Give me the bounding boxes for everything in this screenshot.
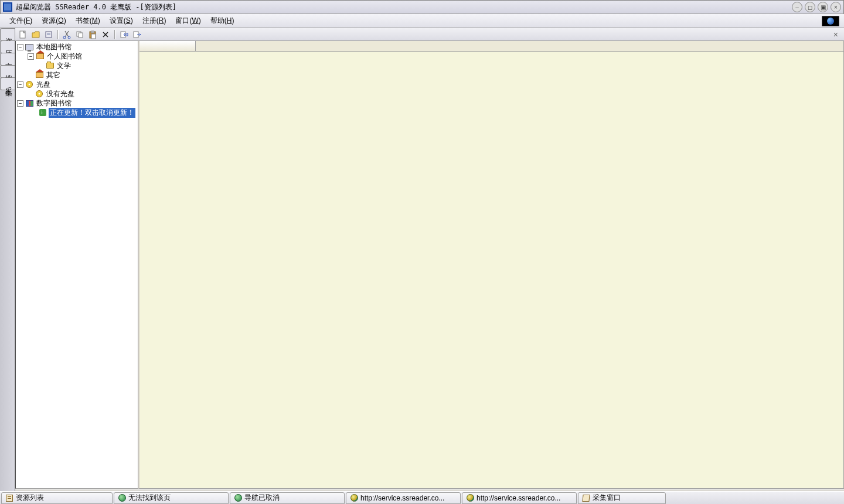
monitor-icon [25, 43, 34, 51]
tree-label: 其它 [45, 70, 62, 80]
minimize-button[interactable]: – [792, 2, 802, 12]
tree-label: 光盘 [35, 80, 52, 90]
svg-rect-9 [91, 31, 94, 33]
toolbar-separator [114, 30, 115, 39]
properties-icon[interactable] [43, 29, 54, 40]
export-icon[interactable] [131, 29, 142, 40]
list-body [139, 52, 843, 488]
new-file-icon[interactable] [18, 29, 28, 40]
world-icon [466, 494, 474, 502]
tree-node-disc[interactable]: − 光盘 [16, 80, 138, 89]
task-tab-page-not-found[interactable]: 无法找到该页 [114, 492, 229, 504]
collapse-icon[interactable]: − [17, 100, 23, 107]
import-icon[interactable] [118, 29, 129, 40]
globe-icon [827, 18, 834, 25]
tree-label: 文学 [56, 61, 72, 71]
task-label: 采集窗口 [593, 493, 621, 503]
house-icon [35, 52, 45, 60]
collapse-icon[interactable]: − [17, 44, 23, 50]
list-column[interactable] [139, 41, 196, 51]
task-label: 资源列表 [16, 493, 44, 503]
vtab-resource[interactable]: 资源 [0, 28, 15, 41]
brand-logo [822, 16, 839, 26]
vtab-collect[interactable]: 采集 [0, 77, 15, 90]
restore-button[interactable]: ◻ [805, 2, 815, 12]
svg-point-5 [68, 36, 70, 39]
menu-resource[interactable]: 资源(O) [37, 14, 70, 28]
task-label: http://service.ssreader.co... [477, 494, 560, 502]
menu-file[interactable]: 文件(F) [5, 14, 37, 28]
cut-icon[interactable] [62, 29, 72, 40]
task-tab-nav-cancelled[interactable]: 导航已取消 [230, 492, 345, 504]
tree-node-updating[interactable]: 正在更新！双击取消更新！ [16, 108, 138, 117]
panel-close-icon[interactable]: × [830, 30, 842, 39]
maximize-button[interactable]: ▣ [818, 2, 828, 12]
books-icon [25, 99, 34, 107]
globe-icon [118, 494, 126, 502]
globe-icon [234, 494, 242, 502]
task-tab-collect-window[interactable]: 采集窗口 [578, 492, 666, 504]
world-icon [350, 494, 358, 502]
taskbar: 资源列表 无法找到该页 导航已取消 http://service.ssreade… [0, 491, 844, 504]
svg-rect-2 [47, 33, 50, 33]
vertical-tabs: 资源 历史 交流 搜索 采集 [0, 28, 15, 491]
toolbar-separator [57, 30, 58, 39]
tree-label: 个人图书馆 [46, 52, 83, 62]
menu-bookmark[interactable]: 书签(M) [71, 14, 105, 28]
task-tab-service-2[interactable]: http://service.ssreader.co... [462, 492, 577, 504]
toolbar: × [15, 28, 844, 41]
folder-icon [45, 62, 55, 70]
house-icon [35, 71, 44, 79]
window-title: 超星阅览器 SSReader 4.0 老鹰版 -[资源列表] [16, 2, 792, 12]
open-folder-icon[interactable] [30, 29, 41, 40]
tree-node-digital-library[interactable]: − 数字图书馆 [16, 98, 138, 108]
list-icon [5, 494, 13, 502]
task-tab-resource-list[interactable]: 资源列表 [1, 492, 113, 504]
tree-label-selected: 正在更新！双击取消更新！ [49, 108, 135, 118]
menubar: 文件(F) 资源(O) 书签(M) 设置(S) 注册(R) 窗口(W) 帮助(H… [0, 14, 844, 28]
tree-node-local-library[interactable]: − 本地图书馆 [16, 42, 138, 52]
collapse-icon[interactable]: − [17, 81, 23, 88]
svg-rect-10 [91, 34, 96, 39]
task-label: http://service.ssreader.co... [360, 494, 444, 502]
main-body: 资源 历史 交流 搜索 采集 [0, 28, 844, 491]
split-row: − 本地图书馆 − 个人图书馆 文学 [15, 41, 844, 489]
app-icon [3, 2, 12, 12]
close-button[interactable]: × [831, 2, 841, 12]
status-strip [15, 489, 844, 491]
window-controls: – ◻ ▣ × [792, 2, 841, 12]
task-label: 导航已取消 [244, 493, 280, 503]
resource-tree: − 本地图书馆 − 个人图书馆 文学 [15, 41, 138, 489]
vtab-history[interactable]: 历史 [0, 40, 15, 53]
menu-help[interactable]: 帮助(H) [206, 14, 239, 28]
tree-label: 没有光盘 [45, 89, 76, 99]
menu-settings[interactable]: 设置(S) [105, 14, 138, 28]
vtab-search[interactable]: 搜索 [0, 65, 15, 78]
task-tab-service-1[interactable]: http://service.ssreader.co... [346, 492, 461, 504]
tree-node-personal-library[interactable]: − 个人图书馆 [16, 52, 138, 61]
svg-point-4 [63, 36, 66, 39]
delete-icon[interactable] [100, 29, 111, 40]
tree-node-other[interactable]: 其它 [16, 70, 138, 80]
disc-icon [35, 90, 44, 98]
titlebar: 超星阅览器 SSReader 4.0 老鹰版 -[资源列表] – ◻ ▣ × [0, 0, 844, 14]
tree-node-no-disc[interactable]: 没有光盘 [16, 89, 138, 98]
list-header[interactable] [139, 41, 843, 52]
tree-node-literature[interactable]: 文学 [16, 61, 138, 70]
task-label: 无法找到该页 [128, 493, 171, 503]
svg-rect-3 [47, 35, 50, 35]
content-panel [138, 41, 844, 489]
tree-label: 数字图书馆 [35, 98, 73, 108]
vtab-communicate[interactable]: 交流 [0, 53, 15, 66]
menu-window[interactable]: 窗口(W) [171, 14, 205, 28]
menu-register[interactable]: 注册(R) [138, 14, 171, 28]
work-area: × − 本地图书馆 − 个人图书馆 [15, 28, 844, 491]
clipboard-icon [582, 494, 590, 502]
update-icon [38, 108, 47, 117]
svg-rect-7 [79, 33, 83, 38]
copy-icon[interactable] [74, 29, 85, 40]
collapse-icon[interactable]: − [28, 53, 34, 60]
disc-icon [25, 80, 34, 88]
paste-icon[interactable] [87, 29, 98, 40]
